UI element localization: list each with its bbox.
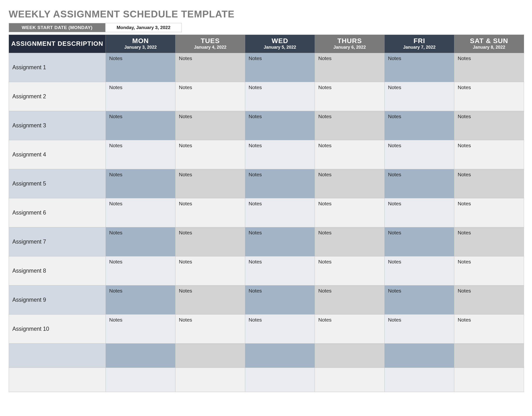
notes-cell[interactable]: Notes xyxy=(315,53,385,82)
notes-cell[interactable]: Notes xyxy=(106,285,175,315)
notes-cell[interactable]: Notes xyxy=(245,111,315,140)
notes-cell[interactable]: Notes xyxy=(175,227,245,256)
notes-label: Notes xyxy=(179,230,192,235)
notes-label: Notes xyxy=(388,56,401,61)
notes-cell[interactable]: Notes xyxy=(385,140,454,169)
notes-cell[interactable]: Notes xyxy=(106,227,175,256)
notes-cell[interactable]: Notes xyxy=(385,53,454,82)
col-header-mon: MONJanuary 3, 2022 xyxy=(106,35,175,53)
assignment-description-cell[interactable]: Assignment 9 xyxy=(9,285,106,315)
notes-cell[interactable]: Notes xyxy=(385,169,454,198)
notes-label: Notes xyxy=(318,114,332,119)
notes-cell[interactable]: Notes xyxy=(106,256,175,285)
notes-cell[interactable] xyxy=(315,344,385,368)
notes-cell[interactable]: Notes xyxy=(245,140,315,169)
notes-cell[interactable]: Notes xyxy=(106,169,175,198)
notes-cell[interactable]: Notes xyxy=(245,198,315,227)
notes-cell[interactable]: Notes xyxy=(315,140,385,169)
notes-cell[interactable]: Notes xyxy=(106,111,175,140)
notes-cell[interactable] xyxy=(385,368,454,392)
notes-cell[interactable]: Notes xyxy=(385,256,454,285)
notes-cell[interactable] xyxy=(106,368,175,392)
notes-label: Notes xyxy=(248,56,262,61)
notes-cell[interactable]: Notes xyxy=(454,140,524,169)
notes-cell[interactable]: Notes xyxy=(454,285,524,315)
notes-cell[interactable] xyxy=(245,344,315,368)
notes-cell[interactable]: Notes xyxy=(454,198,524,227)
notes-cell[interactable] xyxy=(175,344,245,368)
notes-cell[interactable]: Notes xyxy=(454,315,524,344)
notes-cell[interactable]: Notes xyxy=(175,140,245,169)
notes-cell[interactable]: Notes xyxy=(245,315,315,344)
notes-cell[interactable]: Notes xyxy=(106,53,175,82)
notes-cell[interactable]: Notes xyxy=(315,82,385,111)
notes-cell[interactable]: Notes xyxy=(245,82,315,111)
notes-cell[interactable] xyxy=(106,344,175,368)
notes-label: Notes xyxy=(318,56,332,61)
notes-cell[interactable]: Notes xyxy=(385,227,454,256)
notes-cell[interactable]: Notes xyxy=(385,111,454,140)
notes-cell[interactable]: Notes xyxy=(454,169,524,198)
notes-cell[interactable]: Notes xyxy=(175,82,245,111)
notes-cell[interactable]: Notes xyxy=(315,227,385,256)
notes-cell[interactable]: Notes xyxy=(245,256,315,285)
notes-cell[interactable]: Notes xyxy=(315,169,385,198)
assignment-description-cell[interactable] xyxy=(9,368,106,392)
start-date-value[interactable]: Monday, January 3, 2022 xyxy=(105,23,182,32)
notes-cell[interactable]: Notes xyxy=(385,82,454,111)
notes-cell[interactable]: Notes xyxy=(175,285,245,315)
table-row: Assignment 6NotesNotesNotesNotesNotesNot… xyxy=(9,198,524,227)
notes-label: Notes xyxy=(109,85,123,90)
notes-cell[interactable]: Notes xyxy=(454,256,524,285)
notes-cell[interactable] xyxy=(454,344,524,368)
notes-cell[interactable]: Notes xyxy=(245,169,315,198)
notes-cell[interactable]: Notes xyxy=(106,82,175,111)
notes-cell[interactable]: Notes xyxy=(175,53,245,82)
notes-cell[interactable]: Notes xyxy=(245,53,315,82)
notes-cell[interactable]: Notes xyxy=(454,53,524,82)
assignment-description-cell[interactable]: Assignment 3 xyxy=(9,111,106,140)
notes-cell[interactable]: Notes xyxy=(245,285,315,315)
notes-cell[interactable]: Notes xyxy=(106,140,175,169)
notes-cell[interactable]: Notes xyxy=(175,198,245,227)
notes-label: Notes xyxy=(179,259,192,264)
notes-cell[interactable]: Notes xyxy=(175,111,245,140)
assignment-description-cell[interactable]: Assignment 2 xyxy=(9,82,106,111)
table-row: Assignment 3NotesNotesNotesNotesNotesNot… xyxy=(9,111,524,140)
notes-cell[interactable] xyxy=(385,344,454,368)
notes-label: Notes xyxy=(248,288,262,293)
notes-cell[interactable]: Notes xyxy=(175,256,245,285)
assignment-description-cell[interactable]: Assignment 8 xyxy=(9,256,106,285)
assignment-description-cell[interactable]: Assignment 7 xyxy=(9,227,106,256)
notes-label: Notes xyxy=(458,85,471,90)
notes-cell[interactable] xyxy=(245,368,315,392)
notes-cell[interactable]: Notes xyxy=(245,227,315,256)
notes-cell[interactable]: Notes xyxy=(385,198,454,227)
notes-cell[interactable]: Notes xyxy=(315,285,385,315)
assignment-description-cell[interactable]: Assignment 4 xyxy=(9,140,106,169)
assignment-description-cell[interactable]: Assignment 1 xyxy=(9,53,106,82)
notes-cell[interactable]: Notes xyxy=(385,315,454,344)
notes-label: Notes xyxy=(179,114,192,119)
notes-cell[interactable]: Notes xyxy=(454,227,524,256)
notes-cell[interactable]: Notes xyxy=(315,111,385,140)
notes-cell[interactable]: Notes xyxy=(106,198,175,227)
notes-cell[interactable]: Notes xyxy=(315,256,385,285)
notes-cell[interactable]: Notes xyxy=(175,169,245,198)
assignment-description-cell[interactable]: Assignment 6 xyxy=(9,198,106,227)
notes-cell[interactable]: Notes xyxy=(315,198,385,227)
notes-cell[interactable] xyxy=(454,368,524,392)
col-header-tues: TUESJanuary 4, 2022 xyxy=(175,35,245,53)
notes-cell[interactable]: Notes xyxy=(454,111,524,140)
notes-cell[interactable]: Notes xyxy=(315,315,385,344)
notes-cell[interactable]: Notes xyxy=(175,315,245,344)
assignment-description-cell[interactable] xyxy=(9,344,106,368)
notes-label: Notes xyxy=(109,143,123,148)
assignment-description-cell[interactable]: Assignment 5 xyxy=(9,169,106,198)
notes-cell[interactable]: Notes xyxy=(454,82,524,111)
notes-cell[interactable]: Notes xyxy=(106,315,175,344)
notes-cell[interactable]: Notes xyxy=(385,285,454,315)
assignment-description-cell[interactable]: Assignment 10 xyxy=(9,315,106,344)
notes-cell[interactable] xyxy=(175,368,245,392)
notes-cell[interactable] xyxy=(315,368,385,392)
